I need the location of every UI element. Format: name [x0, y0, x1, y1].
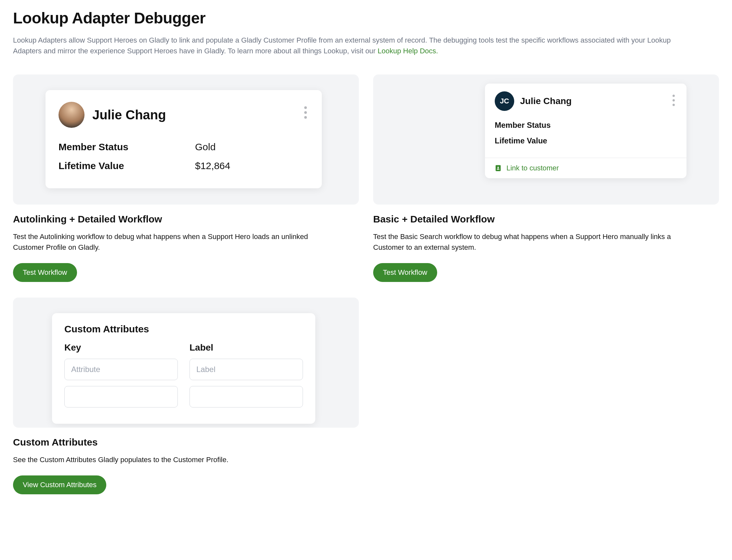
avatar	[59, 102, 85, 128]
card-desc: See the Custom Attributes Gladly populat…	[13, 454, 338, 465]
avatar-initials: JC	[495, 91, 514, 111]
basic-card: JC Julie Chang Member Status Lifetime Va…	[373, 74, 719, 282]
attribute-key-input[interactable]	[64, 359, 178, 380]
intro-text: Lookup Adapters allow Support Heroes on …	[13, 36, 671, 55]
profile-card-small: JC Julie Chang Member Status Lifetime Va…	[485, 84, 686, 178]
profile-row-value: $12,864	[195, 160, 309, 171]
profile-name: Julie Chang	[520, 96, 572, 106]
custom-attributes-preview: Custom Attributes Key Label	[13, 298, 359, 428]
card-desc: Test the Basic Search workflow to debug …	[373, 231, 698, 253]
profile-row: Member Status Gold	[59, 138, 309, 156]
form-title: Custom Attributes	[64, 324, 303, 335]
lookup-help-docs-link[interactable]: Lookup Help Docs.	[378, 47, 438, 55]
autolinking-preview: Julie Chang Member Status Gold Lifetime …	[13, 74, 359, 205]
basic-preview: JC Julie Chang Member Status Lifetime Va…	[373, 74, 719, 205]
address-book-icon	[495, 165, 502, 172]
test-workflow-button[interactable]: Test Workflow	[373, 263, 437, 282]
profile-row-key: Member Status	[59, 141, 195, 153]
page-intro: Lookup Adapters allow Support Heroes on …	[13, 35, 696, 56]
label-header: Label	[190, 342, 303, 353]
card-title: Autolinking + Detailed Workflow	[13, 214, 359, 225]
attribute-label-input[interactable]	[190, 386, 303, 407]
card-desc: Test the Autolinking workflow to debug w…	[13, 231, 338, 253]
profile-name: Julie Chang	[92, 108, 166, 122]
profile-card: Julie Chang Member Status Gold Lifetime …	[46, 90, 322, 188]
custom-attributes-form: Custom Attributes Key Label	[52, 313, 315, 424]
attribute-label-input[interactable]	[190, 359, 303, 380]
profile-row-key: Lifetime Value	[59, 160, 195, 171]
test-workflow-button[interactable]: Test Workflow	[13, 263, 77, 282]
link-to-customer-label: Link to customer	[506, 164, 559, 172]
card-title: Custom Attributes	[13, 437, 359, 448]
profile-attr: Member Status	[495, 117, 677, 133]
key-header: Key	[64, 342, 178, 353]
profile-row-value: Gold	[195, 141, 309, 153]
attribute-key-input[interactable]	[64, 386, 178, 407]
profile-attr: Lifetime Value	[495, 133, 677, 149]
card-title: Basic + Detailed Workflow	[373, 214, 719, 225]
link-to-customer-button[interactable]: Link to customer	[485, 158, 686, 178]
custom-attributes-card: Custom Attributes Key Label Custom Attri…	[13, 298, 359, 494]
view-custom-attributes-button[interactable]: View Custom Attributes	[13, 475, 106, 494]
more-menu-icon[interactable]	[671, 93, 677, 108]
page-title: Lookup Adapter Debugger	[13, 9, 719, 27]
profile-row: Lifetime Value $12,864	[59, 156, 309, 175]
more-menu-icon[interactable]	[302, 104, 309, 121]
autolinking-card: Julie Chang Member Status Gold Lifetime …	[13, 74, 359, 282]
